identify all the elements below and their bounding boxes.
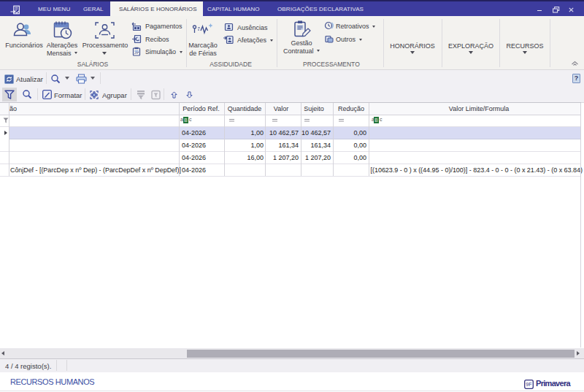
svg-text:9F: 9F (526, 382, 531, 387)
